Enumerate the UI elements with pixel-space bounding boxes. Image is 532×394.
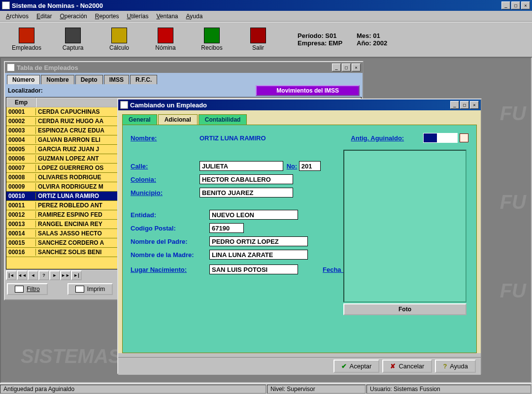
tab-depto[interactable]: Depto — [75, 75, 103, 84]
table-title: Tabla de Empleados — [17, 64, 78, 71]
menu-ventana[interactable]: Ventana — [152, 12, 182, 21]
dialog-tab-contabilidad[interactable]: Contabilidad — [199, 114, 247, 125]
menu-editar[interactable]: Editar — [33, 12, 56, 21]
close-button[interactable]: ✕ — [521, 1, 530, 9]
status-left: Antiguedad para Aguinaldo — [0, 385, 266, 394]
cancel-button[interactable]: ✘Cancelar — [382, 360, 432, 373]
dialog-body-adicional: Nombre: ORTIZ LUNA RAMIRO Antig. Aguinal… — [122, 125, 477, 353]
printer-icon — [75, 286, 84, 293]
recibos-icon — [204, 28, 220, 43]
dialog-title: Cambiando un Empleado — [130, 101, 207, 109]
label-colonia: Colonia: — [131, 176, 200, 183]
menu-archivos[interactable]: Archivos — [2, 12, 33, 21]
nav-next[interactable]: ► — [49, 270, 60, 280]
input-no[interactable] — [299, 161, 321, 171]
toolbar-salir[interactable]: Salir — [236, 25, 280, 54]
localizador-label: Localizador: — [8, 87, 43, 94]
x-icon: ✘ — [390, 362, 396, 370]
toolbar-nómina[interactable]: Nómina — [144, 25, 187, 54]
dialog-icon — [120, 101, 128, 109]
dialog-tabstrip: GeneralAdicionalContabilidad — [118, 110, 481, 125]
empleados-icon — [19, 28, 34, 43]
input-padre[interactable] — [209, 236, 308, 246]
app-icon — [2, 1, 10, 9]
label-padre: Nombre del Padre: — [131, 238, 209, 245]
photo-box — [343, 150, 466, 302]
label-calle: Calle: — [131, 163, 200, 170]
app-title: Sistema de Nominas - No2000 — [12, 2, 103, 9]
label-madre: Nombre de la Madre: — [131, 251, 209, 259]
toolbar-empleados[interactable]: Empleados — [5, 25, 48, 54]
minimize-button[interactable]: _ — [501, 1, 510, 9]
nav-first[interactable]: |◄ — [6, 270, 17, 280]
table-close-button[interactable]: ✕ — [352, 64, 361, 71]
toolbar: EmpleadosCapturaCálculoNóminaRecibosSali… — [0, 22, 532, 57]
menu-utilerias[interactable]: Utilerías — [123, 12, 152, 21]
status-usuario: Usuario: Sistemas Fussion — [366, 385, 531, 394]
input-madre[interactable] — [209, 250, 308, 260]
menu-ayuda[interactable]: Ayuda — [182, 12, 207, 21]
nav-last[interactable]: ►| — [71, 270, 82, 280]
imss-movements-button[interactable]: Movimientos del IMSS — [256, 85, 360, 96]
dialog-close-button[interactable]: ✕ — [470, 101, 479, 109]
statusbar: Antiguedad para Aguinaldo Nivel: Supervi… — [0, 383, 532, 394]
aguinaldo-input[interactable] — [423, 133, 458, 143]
dialog-titlebar: Cambiando un Empleado _ □ ✕ — [118, 99, 481, 110]
input-entidad[interactable] — [209, 210, 298, 220]
status-nivel: Nivel: Supervisor — [267, 385, 366, 394]
nav-prev[interactable]: ◄ — [28, 270, 38, 280]
input-cp[interactable] — [209, 223, 244, 233]
label-no: No: — [287, 163, 298, 170]
tab-imss[interactable]: IMSS — [104, 75, 129, 84]
nav-next-page[interactable]: ►► — [60, 270, 71, 280]
dialog-footer: ✔Aceptar ✘Cancelar ?Ayuda — [118, 357, 481, 375]
value-nombre: ORTIZ LUNA RAMIRO — [200, 134, 266, 142]
nav-help[interactable]: ? — [38, 270, 49, 280]
input-lugar-nac[interactable] — [209, 264, 298, 274]
menu-operacion[interactable]: Operación — [56, 12, 91, 21]
dialog-maximize-button[interactable]: □ — [460, 101, 469, 109]
input-calle[interactable] — [200, 161, 283, 171]
tab-rfc[interactable]: R.F.C. — [130, 75, 157, 84]
col-emp[interactable]: Emp — [6, 98, 36, 107]
nav-prev-page[interactable]: ◄◄ — [17, 270, 28, 280]
photo-button[interactable]: Foto — [343, 303, 466, 315]
label-lugar-nac: Lugar Nacimiento: — [131, 266, 209, 273]
toolbar-captura[interactable]: Captura — [51, 25, 95, 54]
tab-número[interactable]: Número — [7, 75, 40, 84]
table-maximize-button[interactable]: □ — [342, 64, 351, 71]
label-aguinaldo: Antig. Aguinaldo: — [351, 134, 420, 142]
menubar: Archivos Editar Operación Reportes Utile… — [0, 11, 532, 22]
label-cp: Codigo Postal: — [131, 225, 209, 232]
nómina-icon — [158, 28, 173, 43]
toolbar-cálculo[interactable]: Cálculo — [98, 25, 141, 54]
input-municipio[interactable] — [200, 188, 293, 197]
dialog-tab-adicional[interactable]: Adicional — [158, 114, 198, 125]
question-icon: ? — [443, 362, 447, 370]
input-colonia[interactable] — [200, 174, 293, 184]
check-icon: ✔ — [341, 362, 347, 370]
maximize-button[interactable]: □ — [511, 1, 520, 9]
filter-button[interactable]: Filtro — [7, 283, 48, 295]
calendar-icon[interactable] — [460, 133, 468, 142]
captura-icon — [65, 28, 81, 43]
cálculo-icon — [111, 28, 127, 43]
label-entidad: Entidad: — [131, 211, 209, 219]
label-municipio: Municipio: — [131, 189, 200, 197]
print-button[interactable]: Imprim — [67, 283, 113, 295]
period-info: Período: S01Mes: 01 Empresa: EMPAño: 200… — [298, 32, 416, 47]
app-titlebar: Sistema de Nominas - No2000 _ □ ✕ — [0, 0, 532, 11]
table-window-icon — [7, 64, 15, 71]
table-minimize-button[interactable]: _ — [332, 64, 341, 71]
label-nombre: Nombre: — [131, 134, 200, 142]
toolbar-recibos[interactable]: Recibos — [190, 25, 233, 54]
dialog-minimize-button[interactable]: _ — [450, 101, 459, 109]
edit-employee-dialog: Cambiando un Empleado _ □ ✕ GeneralAdici… — [117, 98, 482, 374]
mdi-area: FU FU FU SISTEMAS Tabla de Empleados _ □… — [0, 57, 532, 383]
menu-reportes[interactable]: Reportes — [91, 12, 123, 21]
dialog-tab-general[interactable]: General — [122, 114, 157, 125]
table-tabstrip: NúmeroNombreDeptoIMSSR.F.C. — [5, 73, 363, 84]
help-button[interactable]: ?Ayuda — [435, 360, 476, 373]
accept-button[interactable]: ✔Aceptar — [333, 360, 380, 373]
tab-nombre[interactable]: Nombre — [41, 75, 74, 84]
